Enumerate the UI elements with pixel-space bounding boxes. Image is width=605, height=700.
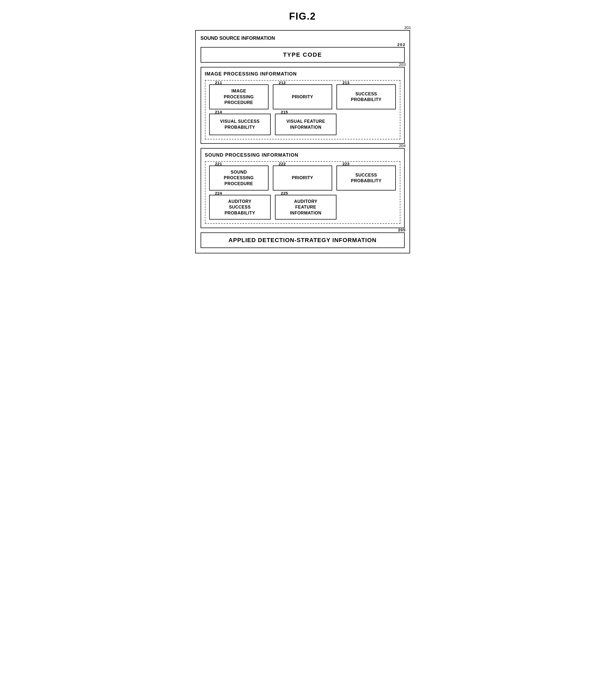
box-224: 224 AUDITORY SUCCESS PROBABILITY bbox=[209, 195, 271, 220]
priority-text-204: PRIORITY bbox=[292, 175, 313, 181]
box-215: 215 VISUAL FEATURE INFORMATION bbox=[275, 114, 337, 135]
box-212: 212 PRIORITY bbox=[273, 84, 332, 109]
box-201: 201 SOUND SOURCE INFORMATION 202 TYPE CO… bbox=[195, 30, 410, 253]
label-223: 223 bbox=[342, 161, 350, 167]
row2-spacer bbox=[341, 114, 396, 135]
snd-row1: 221 SOUND PROCESSING PROCEDURE 222 PRIOR… bbox=[209, 166, 396, 191]
visual-feature-info-text: VISUAL FEATURE INFORMATION bbox=[286, 119, 325, 130]
snd-proc-title: SOUND PROCESSING INFORMATION bbox=[205, 152, 400, 158]
label-221: 221 bbox=[215, 161, 222, 167]
label-212: 212 bbox=[279, 80, 286, 85]
label-205: 205 bbox=[398, 228, 405, 232]
label-203: 203 bbox=[399, 62, 405, 67]
label-225: 225 bbox=[281, 191, 288, 196]
type-code-text: TYPE CODE bbox=[283, 51, 322, 58]
box-204: 204 SOUND PROCESSING INFORMATION 221 SOU… bbox=[201, 148, 405, 228]
visual-success-prob-text: VISUAL SUCCESS PROBABILITY bbox=[220, 119, 260, 130]
img-row2: 214 VISUAL SUCCESS PROBABILITY 215 VISUA… bbox=[209, 114, 396, 135]
label-201: 201 bbox=[404, 25, 411, 30]
box-223: 223 SUCCESS PROBABILITY bbox=[337, 166, 396, 191]
snd-dashed-container: 221 SOUND PROCESSING PROCEDURE 222 PRIOR… bbox=[205, 161, 400, 224]
snd-row2: 224 AUDITORY SUCCESS PROBABILITY 225 AUD… bbox=[209, 195, 396, 220]
label-213: 213 bbox=[342, 80, 350, 85]
snd-proc-procedure-text: SOUND PROCESSING PROCEDURE bbox=[224, 169, 254, 187]
page-container: FIG.2 201 SOUND SOURCE INFORMATION 202 T… bbox=[187, 5, 418, 264]
box-202: 202 TYPE CODE bbox=[201, 47, 405, 62]
box-214: 214 VISUAL SUCCESS PROBABILITY bbox=[209, 114, 271, 135]
img-proc-title: IMAGE PROCESSING INFORMATION bbox=[205, 71, 400, 77]
sound-source-title: SOUND SOURCE INFORMATION bbox=[201, 35, 275, 41]
box-225: 225 AUDITORY FEATURE INFORMATION bbox=[275, 195, 337, 220]
box-211: 211 IMAGE PROCESSING PROCEDURE bbox=[209, 84, 268, 109]
img-dashed-container: 211 IMAGE PROCESSING PROCEDURE 212 PRIOR… bbox=[205, 80, 400, 140]
label-202: 202 bbox=[397, 42, 405, 47]
label-224: 224 bbox=[215, 191, 222, 196]
box-213: 213 SUCCESS PROBABILITY bbox=[337, 84, 396, 109]
priority-text-203: PRIORITY bbox=[292, 94, 313, 100]
img-row1: 211 IMAGE PROCESSING PROCEDURE 212 PRIOR… bbox=[209, 84, 396, 109]
applied-detection-text: APPLIED DETECTION-STRATEGY INFORMATION bbox=[229, 237, 376, 244]
box-221: 221 SOUND PROCESSING PROCEDURE bbox=[209, 166, 268, 191]
label-222: 222 bbox=[279, 161, 286, 167]
label-211: 211 bbox=[215, 80, 222, 85]
box-222: 222 PRIORITY bbox=[273, 166, 332, 191]
label-204: 204 bbox=[399, 143, 405, 148]
label-214: 214 bbox=[215, 109, 222, 115]
success-prob-text-203: SUCCESS PROBABILITY bbox=[351, 91, 382, 103]
label-215: 215 bbox=[281, 109, 288, 115]
fig-title: FIG.2 bbox=[195, 11, 410, 22]
auditory-feature-info-text: AUDITORY FEATURE INFORMATION bbox=[290, 199, 321, 216]
box-203: 203 IMAGE PROCESSING INFORMATION 211 IMA… bbox=[201, 67, 405, 144]
box-205: 205 APPLIED DETECTION-STRATEGY INFORMATI… bbox=[201, 232, 405, 248]
snd-row2-spacer bbox=[341, 195, 396, 220]
img-proc-procedure-text: IMAGE PROCESSING PROCEDURE bbox=[224, 88, 254, 106]
auditory-success-prob-text: AUDITORY SUCCESS PROBABILITY bbox=[225, 199, 255, 216]
success-prob-text-204: SUCCESS PROBABILITY bbox=[351, 172, 382, 184]
